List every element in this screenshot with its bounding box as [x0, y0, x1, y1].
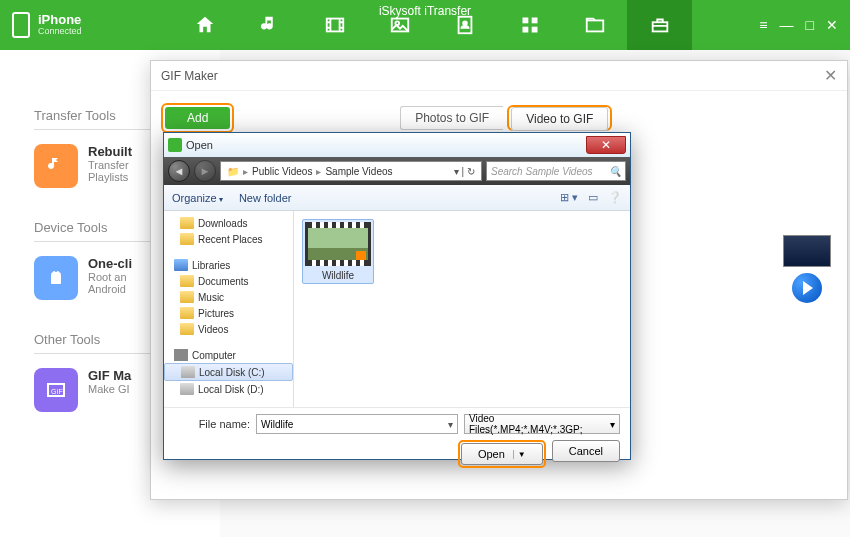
- tree-computer[interactable]: Computer: [164, 347, 293, 363]
- maximize-button[interactable]: □: [806, 17, 814, 33]
- dialog-app-icon: [168, 138, 182, 152]
- open-highlight: Open▼: [458, 440, 546, 468]
- search-placeholder: Search Sample Videos: [491, 166, 593, 177]
- file-name-label: Wildlife: [305, 270, 371, 281]
- tree-music[interactable]: Music: [164, 289, 293, 305]
- svg-rect-8: [531, 27, 537, 33]
- open-file-dialog: Open ✕ ◄ ► 📁 ▸ Public Videos ▸ Sample Vi…: [163, 132, 631, 460]
- svg-rect-9: [586, 20, 603, 31]
- path-seg-2[interactable]: Sample Videos: [323, 166, 394, 177]
- tab-toolbox[interactable]: [627, 0, 692, 50]
- svg-rect-0: [326, 19, 343, 32]
- search-icon: 🔍: [609, 166, 621, 177]
- tool-desc: Transfer: [88, 159, 132, 171]
- tab-video-to-gif[interactable]: Video to GIF: [511, 107, 608, 131]
- dialog-close-button[interactable]: ✕: [586, 136, 626, 154]
- tab-apps[interactable]: [497, 0, 562, 50]
- folder-tree: Downloads Recent Places Libraries Docume…: [164, 211, 294, 407]
- minimize-button[interactable]: —: [780, 17, 794, 33]
- play-button[interactable]: [792, 273, 822, 303]
- svg-rect-11: [51, 274, 61, 284]
- tool-name: One-cli: [88, 256, 132, 271]
- file-pane[interactable]: Wildlife: [294, 211, 630, 407]
- nav-forward-button[interactable]: ►: [194, 160, 216, 182]
- tool-desc2: Android: [88, 283, 132, 295]
- tree-pictures[interactable]: Pictures: [164, 305, 293, 321]
- cancel-button[interactable]: Cancel: [552, 440, 620, 462]
- folder-icon: 📁: [225, 166, 241, 177]
- close-button[interactable]: ✕: [826, 17, 838, 33]
- filetype-filter[interactable]: Video Files(*.MP4;*.M4V;*.3GP;▾: [464, 414, 620, 434]
- add-highlight: Add: [161, 103, 234, 133]
- svg-point-4: [463, 21, 467, 25]
- gif-modal-close[interactable]: ✕: [824, 66, 837, 85]
- preview-thumbnail: [783, 235, 831, 267]
- dialog-titlebar[interactable]: Open ✕: [164, 133, 630, 157]
- device-indicator: iPhone Connected: [12, 12, 132, 38]
- rebuild-icon: [34, 144, 78, 188]
- tree-recent[interactable]: Recent Places: [164, 231, 293, 247]
- tab-files[interactable]: [562, 0, 627, 50]
- dialog-footer: File name: Wildlife▾ Video Files(*.MP4;*…: [164, 407, 630, 474]
- breadcrumb[interactable]: 📁 ▸ Public Videos ▸ Sample Videos ▾ | ↻: [220, 161, 482, 181]
- svg-text:GIF: GIF: [51, 388, 63, 395]
- new-folder-button[interactable]: New folder: [239, 192, 292, 204]
- search-input[interactable]: Search Sample Videos 🔍: [486, 161, 626, 181]
- tree-videos[interactable]: Videos: [164, 321, 293, 337]
- tree-libraries[interactable]: Libraries: [164, 257, 293, 273]
- dialog-title: Open: [186, 139, 213, 151]
- menu-button[interactable]: ≡: [759, 17, 767, 33]
- open-button[interactable]: Open▼: [461, 443, 543, 465]
- svg-rect-5: [522, 18, 528, 24]
- file-wildlife[interactable]: Wildlife: [302, 219, 374, 284]
- svg-rect-7: [522, 27, 528, 33]
- tab-video[interactable]: [302, 0, 367, 50]
- android-icon: [34, 256, 78, 300]
- device-status: Connected: [38, 27, 82, 37]
- tab-home[interactable]: [172, 0, 237, 50]
- video-tab-highlight: Video to GIF: [507, 105, 612, 131]
- tool-desc: Make GI: [88, 383, 131, 395]
- tree-downloads[interactable]: Downloads: [164, 215, 293, 231]
- filename-input[interactable]: Wildlife▾: [256, 414, 458, 434]
- dialog-toolbar: Organize New folder ⊞ ▾ ▭ ❔: [164, 185, 630, 211]
- tool-name: Rebuilt: [88, 144, 132, 159]
- phone-icon: [12, 12, 30, 38]
- add-button[interactable]: Add: [165, 107, 230, 129]
- window-controls: ≡ — □ ✕: [759, 17, 838, 33]
- tree-disk-d[interactable]: Local Disk (D:): [164, 381, 293, 397]
- organize-menu[interactable]: Organize: [172, 192, 223, 204]
- help-button[interactable]: ❔: [608, 191, 622, 204]
- svg-rect-6: [531, 18, 537, 24]
- gif-icon: GIF: [34, 368, 78, 412]
- tool-desc: Root an: [88, 271, 132, 283]
- tab-music[interactable]: [237, 0, 302, 50]
- filename-label: File name:: [174, 418, 250, 430]
- tab-photos-to-gif[interactable]: Photos to GIF: [400, 106, 503, 130]
- dialog-nav: ◄ ► 📁 ▸ Public Videos ▸ Sample Videos ▾ …: [164, 157, 630, 185]
- nav-back-button[interactable]: ◄: [168, 160, 190, 182]
- view-mode-button[interactable]: ⊞ ▾: [560, 191, 578, 204]
- video-thumbnail: [305, 222, 371, 266]
- app-header: iPhone Connected iSkysoft iTransfer ≡ — …: [0, 0, 850, 50]
- tree-disk-c[interactable]: Local Disk (C:): [164, 363, 293, 381]
- tool-name: GIF Ma: [88, 368, 131, 383]
- path-seg-1[interactable]: Public Videos: [250, 166, 314, 177]
- tool-desc2: Playlists: [88, 171, 132, 183]
- preview-pane-button[interactable]: ▭: [588, 191, 598, 204]
- tree-documents[interactable]: Documents: [164, 273, 293, 289]
- gif-modal-title: GIF Maker: [161, 69, 218, 83]
- app-title: iSkysoft iTransfer: [379, 4, 471, 18]
- device-name: iPhone: [38, 13, 82, 27]
